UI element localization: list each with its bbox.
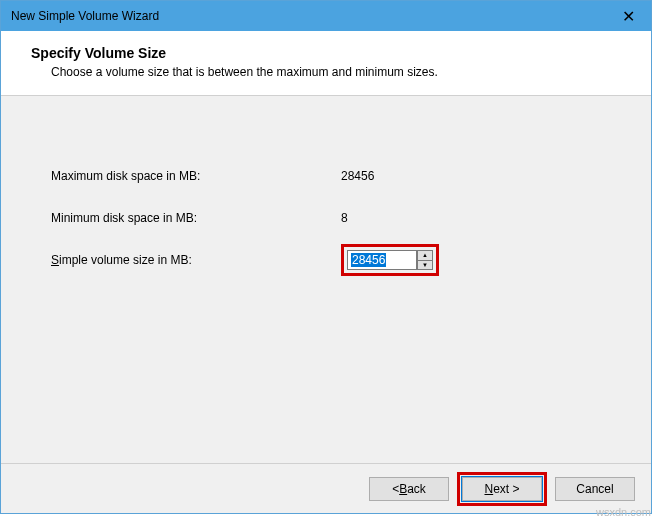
page-subtitle: Choose a volume size that is between the… xyxy=(31,65,651,79)
volume-size-row: Simple volume size in MB: 28456 ▲ ▼ xyxy=(51,250,601,270)
mnemonic-s: S xyxy=(51,253,59,267)
titlebar: New Simple Volume Wizard ✕ xyxy=(1,1,651,31)
volume-size-highlight: 28456 ▲ ▼ xyxy=(341,244,439,276)
max-disk-value: 28456 xyxy=(341,169,374,183)
min-disk-row: Minimum disk space in MB: 8 xyxy=(51,208,601,228)
spin-up-button[interactable]: ▲ xyxy=(417,250,433,260)
next-button[interactable]: Next > xyxy=(462,477,542,501)
next-button-post: ext > xyxy=(493,482,519,496)
button-bar: < Back Next > Cancel xyxy=(1,463,651,513)
volume-size-input[interactable]: 28456 xyxy=(347,250,417,270)
mnemonic-b: B xyxy=(399,482,407,496)
close-icon: ✕ xyxy=(622,7,635,26)
watermark: wsxdn.com xyxy=(596,506,651,518)
volume-size-input-value: 28456 xyxy=(351,253,386,267)
max-disk-row: Maximum disk space in MB: 28456 xyxy=(51,166,601,186)
min-disk-label: Minimum disk space in MB: xyxy=(51,211,341,225)
window-title: New Simple Volume Wizard xyxy=(11,9,159,23)
page-title: Specify Volume Size xyxy=(31,45,651,61)
back-button-pre: < xyxy=(392,482,399,496)
volume-size-label-text: imple volume size in MB: xyxy=(59,253,192,267)
next-button-highlight: Next > xyxy=(457,472,547,506)
mnemonic-n: N xyxy=(484,482,493,496)
back-button-post: ack xyxy=(407,482,426,496)
cancel-button[interactable]: Cancel xyxy=(555,477,635,501)
close-button[interactable]: ✕ xyxy=(606,1,651,31)
chevron-up-icon: ▲ xyxy=(422,252,428,258)
volume-size-label: Simple volume size in MB: xyxy=(51,253,341,267)
chevron-down-icon: ▼ xyxy=(422,262,428,268)
wizard-window: New Simple Volume Wizard ✕ Specify Volum… xyxy=(0,0,652,514)
spin-down-button[interactable]: ▼ xyxy=(417,260,433,271)
content-area: Maximum disk space in MB: 28456 Minimum … xyxy=(1,96,651,463)
back-button[interactable]: < Back xyxy=(369,477,449,501)
max-disk-label: Maximum disk space in MB: xyxy=(51,169,341,183)
wizard-header: Specify Volume Size Choose a volume size… xyxy=(1,31,651,96)
spinner-buttons: ▲ ▼ xyxy=(417,250,433,270)
min-disk-value: 8 xyxy=(341,211,348,225)
